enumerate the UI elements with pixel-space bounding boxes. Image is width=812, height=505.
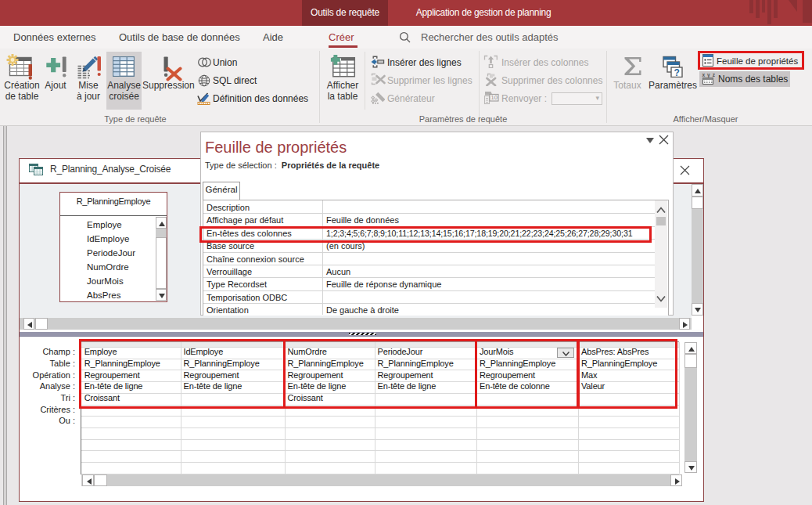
svg-text:10: 10 — [491, 94, 498, 101]
svg-text:?: ? — [674, 67, 680, 78]
svg-text:x y z: x y z — [702, 72, 716, 78]
